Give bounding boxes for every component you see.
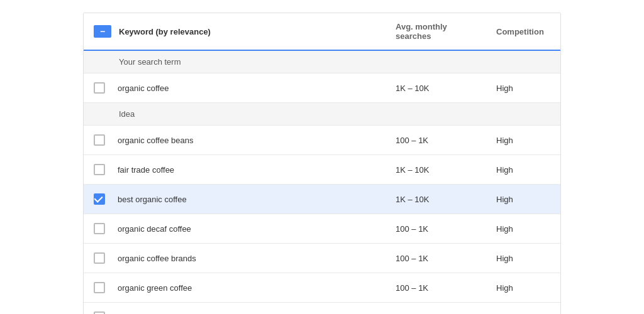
table-row[interactable]: organic decaf coffee100 – 1KHigh: [84, 214, 560, 244]
row-keyword-text-1-5: organic green coffee: [118, 283, 192, 293]
table-row[interactable]: organic green coffee beans100 – 1KHigh: [84, 303, 560, 314]
row-monthly-1-3: 100 – 1K: [386, 215, 486, 242]
row-competition-1-1: High: [486, 156, 560, 183]
row-keyword-col-1-5: organic green coffee: [84, 273, 386, 302]
row-competition-1-6: High: [486, 304, 560, 315]
table-row[interactable]: organic coffee beans100 – 1KHigh: [84, 126, 560, 155]
competition-column-header: Competition: [486, 18, 560, 45]
section-label-1: Idea: [84, 103, 560, 126]
row-monthly-1-0: 100 – 1K: [386, 127, 486, 154]
row-keyword-col-1-3: organic decaf coffee: [84, 214, 386, 243]
row-keyword-text-1-0: organic coffee beans: [118, 136, 193, 145]
row-checkbox-1-6[interactable]: [94, 311, 105, 314]
row-monthly-1-1: 1K – 10K: [386, 156, 486, 183]
competition-column-label: Competition: [496, 27, 544, 36]
table-body: Your search termorganic coffee1K – 10KHi…: [84, 51, 560, 314]
row-checkbox-1-0[interactable]: [94, 134, 105, 146]
table-row[interactable]: best organic coffee1K – 10KHigh: [84, 185, 560, 214]
row-checkbox-1-3[interactable]: [94, 223, 105, 234]
keyword-column-label: Keyword (by relevance): [119, 27, 211, 36]
row-competition-1-2: High: [486, 186, 560, 213]
row-keyword-text-1-2: best organic coffee: [118, 195, 187, 204]
table-header: − Keyword (by relevance) Avg. monthly se…: [84, 13, 560, 51]
row-monthly-1-5: 100 – 1K: [386, 274, 486, 301]
monthly-column-header: Avg. monthly searches: [386, 13, 486, 50]
row-keyword-col-1-0: organic coffee beans: [84, 126, 386, 154]
keyword-table: − Keyword (by relevance) Avg. monthly se…: [83, 13, 561, 314]
row-competition-1-5: High: [486, 274, 560, 301]
row-keyword-text-1-4: organic coffee brands: [118, 254, 196, 263]
table-row[interactable]: organic green coffee100 – 1KHigh: [84, 273, 560, 303]
table-row[interactable]: organic coffee1K – 10KHigh: [84, 73, 560, 103]
row-keyword-text-1-3: organic decaf coffee: [118, 224, 191, 234]
row-competition-1-3: High: [486, 215, 560, 242]
row-keyword-col-1-2: best organic coffee: [84, 185, 386, 214]
row-monthly-1-2: 1K – 10K: [386, 186, 486, 213]
section-label-0: Your search term: [84, 51, 560, 73]
row-checkbox-1-1[interactable]: [94, 164, 105, 175]
row-checkbox-1-2[interactable]: [94, 193, 105, 205]
row-competition-1-4: High: [486, 245, 560, 272]
table-row[interactable]: organic coffee brands100 – 1KHigh: [84, 244, 560, 273]
minus-icon: −: [100, 27, 105, 36]
monthly-column-label: Avg. monthly searches: [396, 22, 447, 41]
row-monthly-0-0: 1K – 10K: [386, 75, 486, 102]
row-checkbox-0-0[interactable]: [94, 82, 105, 94]
keyword-column-header: − Keyword (by relevance): [84, 16, 386, 46]
row-monthly-1-4: 100 – 1K: [386, 245, 486, 272]
row-competition-1-0: High: [486, 127, 560, 154]
row-keyword-col-1-6: organic green coffee beans: [84, 303, 386, 314]
row-keyword-text-1-1: fair trade coffee: [118, 165, 174, 175]
row-competition-0-0: High: [486, 75, 560, 102]
row-checkbox-1-4[interactable]: [94, 252, 105, 264]
row-checkbox-1-5[interactable]: [94, 282, 105, 293]
row-keyword-col-0-0: organic coffee: [84, 73, 386, 102]
row-keyword-col-1-4: organic coffee brands: [84, 244, 386, 273]
row-keyword-col-1-1: fair trade coffee: [84, 155, 386, 184]
table-row[interactable]: fair trade coffee1K – 10KHigh: [84, 155, 560, 185]
row-keyword-text-0-0: organic coffee: [118, 84, 169, 93]
header-checkbox[interactable]: −: [94, 25, 111, 38]
row-monthly-1-6: 100 – 1K: [386, 304, 486, 315]
